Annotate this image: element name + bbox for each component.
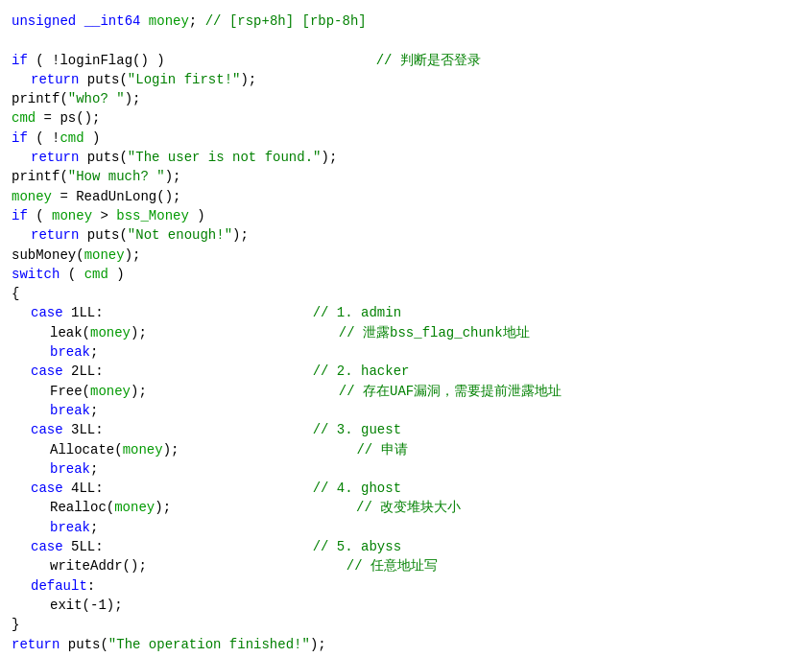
code-line: if ( money > bss_Money )	[12, 206, 800, 225]
code-line: {	[12, 284, 800, 303]
code-line: Realloc( money ); // 改变堆块大小	[12, 498, 800, 517]
code-line: case 1LL: // 1. admin	[12, 303, 800, 322]
code-line: switch ( cmd )	[12, 265, 800, 284]
code-line: writeAddr(); // 任意地址写	[12, 556, 800, 575]
code-line: subMoney( money );	[12, 246, 800, 265]
code-line: if ( ! loginFlag () ) // 判断是否登录	[12, 51, 800, 70]
code-display: unsigned __int64 money ; // [rsp+8h] [rb…	[12, 8, 800, 657]
code-line: Free( money ); // 存在UAF漏洞，需要提前泄露地址	[12, 382, 800, 401]
code-line: Allocate( money ); // 申请	[12, 440, 800, 459]
code-line: return puts( "The operation finished!" )…	[12, 635, 800, 654]
code-line: break ;	[12, 342, 800, 362]
code-line: printf( "who? " );	[12, 89, 800, 108]
code-line: money = ReadUnLong();	[12, 187, 800, 206]
code-line: case 3LL: // 3. guest	[12, 420, 800, 439]
code-line: case 5LL: // 5. abyss	[12, 537, 800, 556]
code-line: }	[12, 615, 800, 634]
code-line: exit(-1);	[12, 596, 800, 615]
var-money: money	[149, 12, 189, 31]
code-line: if ( ! cmd )	[12, 129, 800, 148]
code-line: case 2LL: // 2. hacker	[12, 362, 800, 381]
code-line: printf( "How much? " );	[12, 167, 800, 186]
code-line: break ;	[12, 518, 800, 537]
code-line: return puts( "Not enough!" );	[12, 225, 800, 245]
code-line: case 4LL: // 4. ghost	[12, 479, 800, 498]
code-line: return puts( "Login first!" );	[12, 70, 800, 89]
code-line: break ;	[12, 459, 800, 479]
code-line: default :	[12, 576, 800, 596]
keyword-unsigned: unsigned	[12, 12, 76, 31]
code-line: break ;	[12, 401, 800, 420]
code-line	[12, 31, 800, 50]
code-line: cmd = ps();	[12, 108, 800, 128]
code-line: return puts( "The user is not found." );	[12, 148, 800, 167]
code-line: leak( money ); // 泄露bss_flag_chunk地址	[12, 323, 800, 342]
code-line: unsigned __int64 money ; // [rsp+8h] [rb…	[12, 12, 800, 31]
